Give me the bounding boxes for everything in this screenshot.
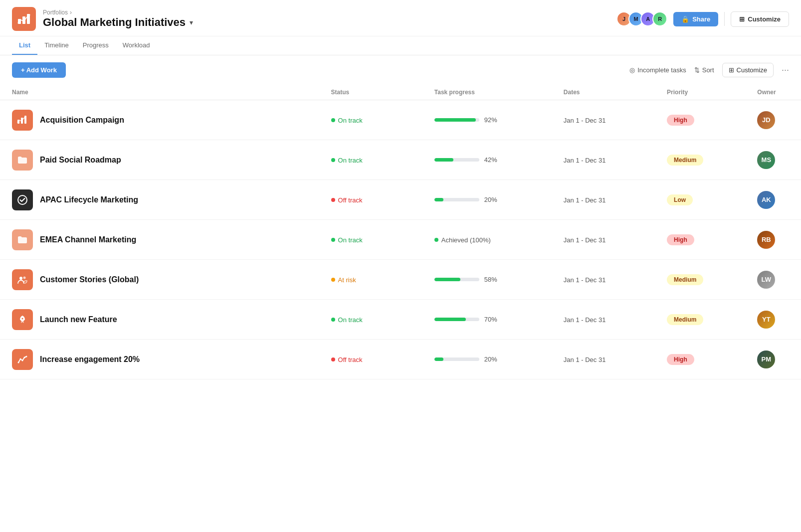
tab-progress[interactable]: Progress — [76, 36, 116, 55]
cell-dates: Jan 1 - Dec 31 — [556, 140, 659, 180]
cell-dates: Jan 1 - Dec 31 — [556, 100, 659, 140]
tab-list[interactable]: List — [12, 36, 37, 55]
cell-progress: Achieved (100%) — [426, 220, 556, 260]
owner-avatar: AK — [757, 191, 775, 209]
toolbar-right: ◎ Incomplete tasks ⇅ Sort ⊞ Customize ··… — [629, 63, 789, 77]
svg-point-7 — [19, 277, 22, 280]
customize-header-button[interactable]: ⊞ Customize — [731, 11, 789, 27]
cell-status: At risk — [323, 260, 426, 300]
row-icon — [12, 110, 33, 131]
header-title-area: Portfolios › Global Marketing Initiative… — [43, 9, 193, 29]
cell-dates: Jan 1 - Dec 31 — [556, 180, 659, 220]
sort-button[interactable]: ⇅ Sort — [694, 66, 714, 74]
cell-status: On track — [323, 140, 426, 180]
cell-progress: 20% — [426, 340, 556, 379]
row-icon — [12, 269, 33, 290]
sort-icon: ⇅ — [694, 66, 700, 74]
cell-name: Launch new Feature — [0, 300, 323, 340]
cell-name: Paid Social Roadmap — [0, 140, 323, 180]
table-row[interactable]: Increase engagement 20% Off track 20% Ja… — [0, 340, 801, 379]
customize-icon: ⊞ — [739, 15, 745, 23]
table-row[interactable]: Customer Stories (Global) At risk 58% Ja… — [0, 260, 801, 300]
tabs: List Timeline Progress Workload — [0, 36, 801, 55]
page-title: Global Marketing Initiatives — [43, 16, 186, 29]
cell-priority: Medium — [659, 260, 749, 300]
cell-name: Increase engagement 20% — [0, 340, 323, 379]
row-icon — [12, 150, 33, 171]
row-name: Acquisition Campaign — [40, 116, 124, 125]
tab-timeline[interactable]: Timeline — [37, 36, 76, 55]
circle-icon: ◎ — [629, 66, 635, 74]
cell-priority: High — [659, 340, 749, 379]
svg-point-13 — [24, 356, 25, 358]
owner-avatar: YT — [757, 311, 775, 329]
header-left: Portfolios › Global Marketing Initiative… — [12, 7, 193, 31]
customize-table-button[interactable]: ⊞ Customize — [722, 63, 774, 77]
cell-priority: Medium — [659, 300, 749, 340]
header: Portfolios › Global Marketing Initiative… — [0, 0, 801, 36]
owner-avatar: LW — [757, 271, 775, 289]
cell-priority: High — [659, 100, 749, 140]
cell-dates: Jan 1 - Dec 31 — [556, 220, 659, 260]
cell-progress: 92% — [426, 100, 556, 140]
tab-workload[interactable]: Workload — [116, 36, 157, 55]
table-row[interactable]: Launch new Feature On track 70% Jan 1 - … — [0, 300, 801, 340]
row-name: Launch new Feature — [40, 315, 117, 324]
add-work-button[interactable]: + Add Work — [12, 62, 66, 78]
cell-status: On track — [323, 300, 426, 340]
col-priority: Priority — [659, 85, 749, 100]
header-right: J M A R 🔒 Share ⊞ Customize — [616, 11, 789, 27]
cell-owner: YT — [749, 300, 801, 340]
col-owner: Owner — [749, 85, 801, 100]
svg-point-9 — [22, 318, 23, 319]
header-avatars: J M A R — [616, 11, 667, 26]
owner-avatar: MS — [757, 151, 775, 169]
cell-progress: 42% — [426, 140, 556, 180]
row-icon — [12, 229, 33, 250]
row-icon — [12, 189, 33, 210]
customize-table-icon: ⊞ — [729, 66, 734, 74]
table-row[interactable]: APAC Lifecycle Marketing Off track 20% J… — [0, 180, 801, 220]
cell-priority: Medium — [659, 140, 749, 180]
cell-dates: Jan 1 - Dec 31 — [556, 300, 659, 340]
col-dates: Dates — [556, 85, 659, 100]
incomplete-tasks-filter[interactable]: ◎ Incomplete tasks — [629, 66, 686, 74]
cell-progress: 20% — [426, 180, 556, 220]
table-row[interactable]: EMEA Channel Marketing On track Achieved… — [0, 220, 801, 260]
row-name: Increase engagement 20% — [40, 355, 140, 364]
cell-status: On track — [323, 220, 426, 260]
cell-owner: LW — [749, 260, 801, 300]
cell-priority: Low — [659, 180, 749, 220]
row-name: Customer Stories (Global) — [40, 275, 139, 284]
col-status: Status — [323, 85, 426, 100]
svg-point-14 — [26, 355, 27, 357]
more-options-button[interactable]: ··· — [782, 65, 789, 75]
cell-owner: MS — [749, 140, 801, 180]
portfolio-table: Name Status Task progress Dates Priority… — [0, 85, 801, 379]
chevron-down-icon[interactable]: ▾ — [190, 18, 193, 26]
toolbar: + Add Work ◎ Incomplete tasks ⇅ Sort ⊞ C… — [0, 55, 801, 85]
cell-priority: High — [659, 220, 749, 260]
cell-owner: AK — [749, 180, 801, 220]
cell-status: On track — [323, 100, 426, 140]
cell-name: Customer Stories (Global) — [0, 260, 323, 300]
lock-icon: 🔒 — [681, 15, 689, 23]
table-header-row: Name Status Task progress Dates Priority… — [0, 85, 801, 100]
svg-point-11 — [20, 358, 21, 359]
row-icon — [12, 349, 33, 370]
cell-status: Off track — [323, 180, 426, 220]
cell-owner: JD — [749, 100, 801, 140]
col-name: Name — [0, 85, 323, 100]
cell-name: EMEA Channel Marketing — [0, 220, 323, 260]
col-task-progress: Task progress — [426, 85, 556, 100]
owner-avatar: JD — [757, 111, 775, 129]
share-button[interactable]: 🔒 Share — [673, 12, 718, 26]
table-row[interactable]: Paid Social Roadmap On track 42% Jan 1 -… — [0, 140, 801, 180]
svg-point-10 — [18, 361, 19, 363]
table-row[interactable]: Acquisition Campaign On track 92% Jan 1 … — [0, 100, 801, 140]
portfolio-icon — [12, 7, 36, 31]
svg-point-8 — [23, 276, 26, 279]
cell-dates: Jan 1 - Dec 31 — [556, 340, 659, 379]
row-name: APAC Lifecycle Marketing — [40, 195, 138, 204]
row-name: EMEA Channel Marketing — [40, 235, 136, 244]
